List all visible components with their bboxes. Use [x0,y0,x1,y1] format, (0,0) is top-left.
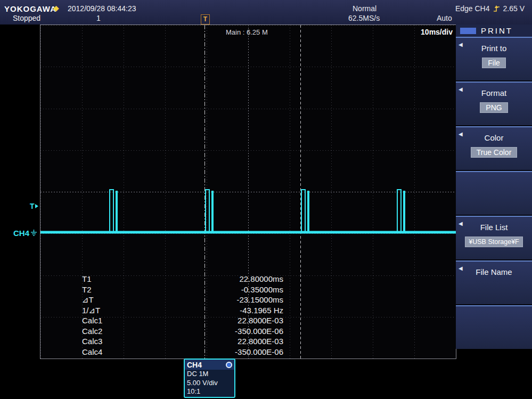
acquisition-mode: Normal [353,4,377,13]
measurement-row: T122.80000ms [82,274,283,285]
measurement-value: -350.000E-06 [235,327,283,337]
chevron-left-icon: ◀ [459,131,463,137]
format-value[interactable]: PNG [480,102,508,113]
chevron-left-icon: ◀ [459,86,463,92]
channel-info-box[interactable]: CH4 DC 1M 5.00 V/div 10:1 [184,359,235,398]
channel-active-icon [226,362,232,368]
menu-section-title: Format [456,83,532,97]
waveform-display: Main : 6.25 M 10ms/div T122.80000ms T2-0… [40,25,456,359]
measurement-label: T1 [82,274,92,285]
measurement-value: -23.15000ms [236,295,283,306]
measurement-value: 22.80000ms [239,274,283,285]
measurement-value: 22.8000E-03 [238,337,283,347]
measurement-label: Calc4 [82,347,102,358]
trigger-level-marker[interactable]: T [30,202,38,210]
oscilloscope-screen: YOKOGAWA ◆ 2012/09/28 08:44:23 Stopped 1… [0,0,532,399]
trigger-level-letter: T [30,202,35,210]
timebase: 10ms/div [421,28,453,36]
menu-section-title: Print to [456,38,532,53]
trigger-type: Edge CH4 [455,4,490,13]
measurement-label: Calc2 [82,327,102,337]
brand-diamond-icon: ◆ [53,4,59,12]
measurement-label: Calc1 [82,316,102,327]
measurement-label: T2 [82,285,92,296]
menu-section-color[interactable]: ◀ Color True Color [456,126,532,170]
record-length: Main : 6.25 M [226,28,268,36]
datetime: 2012/09/28 08:44:23 [68,4,136,13]
file-list-value[interactable]: ¥USB Storage¥F [465,237,523,247]
brand-logo: YOKOGAWA [4,4,56,13]
channel-probe: 10:1 [185,387,234,396]
measurement-row: 1/⊿T-43.1965 Hz [82,306,283,316]
measurement-row: Calc4-350.000E-06 [82,347,283,358]
measurement-value: 22.8000E-03 [238,316,283,327]
measurement-row: ⊿T-23.15000ms [82,295,283,306]
chevron-left-icon: ◀ [459,221,463,226]
measurement-value: -350.000E-06 [235,347,283,358]
measurement-row: Calc2-350.000E-06 [82,327,283,337]
trigger-level: 2.65 V [503,4,525,13]
print-to-value[interactable]: File [482,58,506,68]
menu-section-title: Color [456,127,532,142]
menu-section-empty-1 [456,171,532,215]
menu-section-print-to[interactable]: ◀ Print to File [456,37,532,80]
ground-icon [30,230,37,237]
channel-position-marker[interactable]: CH4 [13,229,37,238]
trigger-position-marker[interactable]: T [201,14,210,25]
menu-section-file-list[interactable]: ◀ File List ¥USB Storage¥F [456,216,532,259]
sample-rate: 62.5MS/s [348,14,380,22]
trigger-info: Edge CH4 2.65 V [455,4,525,13]
measurement-value: -43.1965 Hz [240,306,283,316]
measurement-label: Calc3 [82,337,102,347]
acquisition-status: Stopped [13,14,40,22]
rising-edge-icon [493,5,500,13]
menu-header: PRINT [456,25,532,37]
trigger-mode: Auto [437,14,452,22]
measurement-row: T2-0.35000ms [82,285,283,296]
menu-accent-bar [460,28,476,34]
menu-section-title: File Name [456,262,532,276]
chevron-left-icon: ◀ [459,265,463,271]
soft-menu: PRINT ◀ Print to File ◀ Format PNG ◀ Col… [456,25,532,347]
channel-info-header: CH4 [185,360,234,370]
measurement-value: -0.35000ms [241,285,283,296]
measurement-label: 1/⊿T [82,306,100,316]
acquisition-count: 1 [96,14,101,22]
arrow-right-icon [35,204,38,208]
menu-title: PRINT [481,26,513,35]
status-bar: YOKOGAWA ◆ 2012/09/28 08:44:23 Stopped 1… [0,0,532,25]
measurement-row: Calc322.8000E-03 [82,337,283,347]
menu-section-format[interactable]: ◀ Format PNG [456,82,532,125]
menu-section-empty-2 [456,305,532,349]
measurement-label: ⊿T [82,295,94,306]
measurement-row: Calc122.8000E-03 [82,316,283,327]
measurement-readout: T122.80000ms T2-0.35000ms ⊿T-23.15000ms … [82,274,283,357]
channel-coupling: DC 1M [185,370,234,379]
menu-section-title: File List [456,217,532,232]
menu-section-file-name[interactable]: ◀ File Name [456,260,532,304]
channel-name: CH4 [187,361,202,369]
color-value[interactable]: True Color [471,147,518,158]
channel-scale: 5.00 V/div [185,379,234,388]
chevron-left-icon: ◀ [459,42,463,47]
channel-label: CH4 [13,229,29,238]
